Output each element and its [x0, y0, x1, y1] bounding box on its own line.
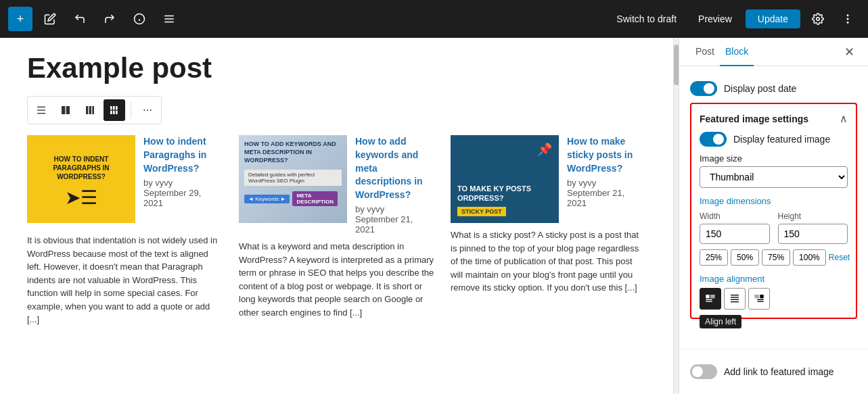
- featured-image-panel: Featured image settings ∧ Display featur…: [690, 103, 857, 319]
- post-title-link[interactable]: How to indent Paragraghs in WordPress?: [143, 136, 206, 173]
- reset-dimensions-button[interactable]: Reset: [829, 253, 850, 262]
- sidebar: Post Block ✕ Display post date Featured …: [679, 38, 868, 394]
- block-grid-btn-2[interactable]: [79, 99, 101, 121]
- sticky-title-thumb: TO MAKE KY POSTS ORDPRESS?: [457, 184, 552, 203]
- editor-wrapper: Example post: [0, 38, 679, 394]
- thumb-text: HOW TO INDENT PARAGRAPHS IN WORDPRESS?: [27, 149, 135, 187]
- svg-rect-23: [116, 111, 118, 114]
- editor-area[interactable]: Example post: [0, 38, 673, 394]
- post-meta: by vyvySeptember 21, 2021: [355, 204, 434, 235]
- post-thumbnail-sticky: TO MAKE KY POSTS ORDPRESS? STICKY POST 📌: [451, 135, 559, 223]
- undo-button[interactable]: [68, 7, 92, 31]
- post-item: TO MAKE KY POSTS ORDPRESS? STICKY POST 📌…: [451, 135, 646, 326]
- width-group: Width: [700, 212, 770, 244]
- display-featured-image-row: Display featured image: [700, 132, 848, 147]
- post-title-link[interactable]: How to make sticky posts in WordPress?: [567, 136, 633, 173]
- image-size-select[interactable]: Thumbnail Medium Large Full Size: [700, 166, 848, 188]
- svg-rect-19: [113, 106, 115, 109]
- sidebar-content: Display post date Featured image setting…: [679, 66, 868, 349]
- image-dimensions-row: Width Height: [700, 212, 848, 244]
- block-more-btn[interactable]: ⋯: [137, 99, 158, 121]
- display-post-date-toggle[interactable]: [690, 81, 717, 96]
- featured-panel-title: Featured image settings: [700, 114, 808, 124]
- post-item: HOW TO ADD KEYWORDS AND META DESCRIPTION…: [239, 135, 434, 326]
- sidebar-bottom: Add link to featured image: [679, 349, 868, 394]
- svg-rect-21: [110, 111, 112, 114]
- post-item: HOW TO INDENT PARAGRAPHS IN WORDPRESS? ➤…: [27, 135, 223, 326]
- block-toolbar: ⋯: [27, 96, 162, 124]
- add-link-toggle[interactable]: [690, 364, 717, 379]
- height-label: Height: [778, 212, 848, 221]
- svg-rect-15: [86, 106, 88, 114]
- display-featured-image-toggle[interactable]: [700, 132, 727, 147]
- align-left-tooltip: Align left: [700, 315, 741, 328]
- posts-grid: HOW TO INDENT PARAGRAPHS IN WORDPRESS? ➤…: [27, 135, 646, 326]
- align-right-button[interactable]: [748, 288, 770, 310]
- align-left-button[interactable]: [700, 288, 721, 310]
- add-block-button[interactable]: +: [8, 7, 32, 31]
- width-input[interactable]: [700, 224, 770, 244]
- width-label: Width: [700, 212, 770, 221]
- align-row: Align left: [700, 288, 848, 310]
- svg-rect-17: [92, 106, 94, 114]
- image-dimensions-label: Image dimensions: [700, 196, 848, 206]
- svg-rect-11: [37, 110, 45, 111]
- image-size-label: Image size: [700, 153, 848, 164]
- post-thumbnail-meta: HOW TO ADD KEYWORDS AND META DESCRIPTION…: [239, 135, 347, 223]
- svg-rect-12: [37, 113, 45, 114]
- height-input[interactable]: [778, 224, 848, 244]
- percent-50-button[interactable]: 50%: [731, 249, 759, 266]
- svg-rect-18: [110, 106, 112, 109]
- post-thumbnail-yellow: HOW TO INDENT PARAGRAPHS IN WORDPRESS? ➤…: [27, 135, 135, 223]
- info-button[interactable]: [127, 7, 152, 31]
- post-excerpt: What is a sticky post? A sticky post is …: [451, 228, 646, 295]
- update-button[interactable]: Update: [746, 9, 800, 28]
- redo-button[interactable]: [97, 7, 122, 31]
- add-link-label: Add link to featured image: [724, 366, 834, 377]
- percent-25-button[interactable]: 25%: [700, 249, 728, 266]
- post-excerpt: What is a keyword and meta description i…: [239, 240, 434, 319]
- percent-100-button[interactable]: 100%: [793, 249, 826, 266]
- add-link-row: Add link to featured image: [690, 364, 857, 379]
- svg-rect-20: [116, 106, 118, 109]
- list-view-button[interactable]: [157, 7, 181, 31]
- display-post-date-label: Display post date: [724, 83, 796, 94]
- svg-rect-35: [757, 301, 763, 301]
- height-group: Height: [778, 212, 848, 244]
- featured-panel-header: Featured image settings ∧: [700, 112, 848, 125]
- toolbar-left: +: [8, 7, 603, 31]
- svg-rect-32: [731, 301, 739, 302]
- svg-rect-24: [706, 295, 709, 298]
- svg-rect-16: [89, 106, 91, 114]
- align-center-button[interactable]: [724, 288, 746, 310]
- block-grid-btn-3[interactable]: [104, 99, 125, 121]
- tab-block[interactable]: Block: [720, 38, 754, 66]
- svg-rect-22: [113, 111, 115, 114]
- more-options-button[interactable]: [836, 7, 860, 31]
- percent-75-button[interactable]: 75%: [762, 249, 790, 266]
- svg-rect-29: [731, 295, 739, 295]
- settings-button[interactable]: [806, 7, 830, 31]
- main-toolbar: + Switch to draf: [0, 0, 868, 38]
- main-area: Example post: [0, 38, 868, 394]
- block-grid-btn-1[interactable]: [55, 99, 76, 121]
- post-title-link[interactable]: How to add keywords and meta description…: [355, 136, 423, 199]
- edit-mode-button[interactable]: [38, 7, 62, 31]
- svg-point-6: [817, 18, 820, 21]
- preview-button[interactable]: Preview: [690, 9, 740, 28]
- svg-rect-30: [731, 297, 739, 297]
- page-title: Example post: [27, 51, 646, 85]
- percent-row: 25% 50% 75% 100% Reset: [700, 249, 848, 266]
- toolbar-divider: [131, 102, 131, 118]
- editor-scrollbar[interactable]: [673, 38, 679, 394]
- svg-rect-34: [757, 299, 763, 300]
- sidebar-close-button[interactable]: ✕: [842, 42, 857, 62]
- block-list-btn[interactable]: [30, 99, 52, 121]
- toolbar-right: Switch to draft Preview Update: [608, 7, 860, 31]
- svg-point-7: [847, 15, 848, 16]
- featured-panel-collapse-button[interactable]: ∧: [840, 112, 848, 125]
- sidebar-tabs: Post Block ✕: [679, 38, 868, 66]
- switch-to-draft-button[interactable]: Switch to draft: [608, 9, 685, 28]
- tab-post[interactable]: Post: [690, 38, 720, 66]
- display-featured-image-label: Display featured image: [733, 134, 830, 145]
